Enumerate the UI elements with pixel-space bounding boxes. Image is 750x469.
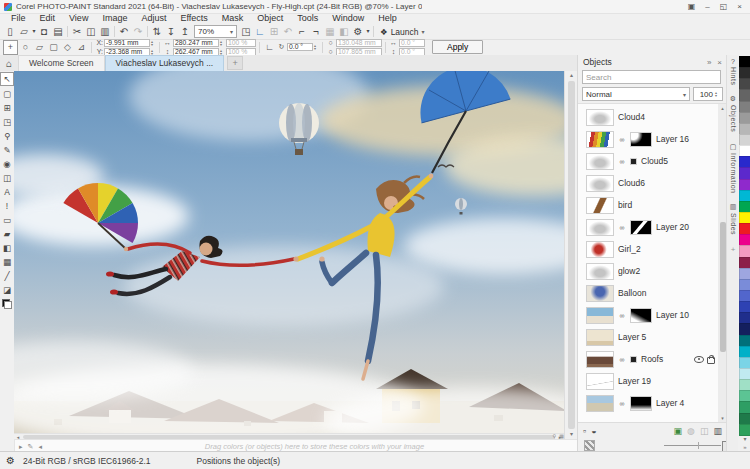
layer-row-cloud6[interactable]: Cloud6 [578,172,727,194]
undo-brush-icon[interactable]: ↶ [281,25,295,38]
layer-row-bird[interactable]: bird [578,194,727,216]
layer-row-roofs[interactable]: ∞ Roofs [578,348,727,370]
distort-mode-button[interactable]: ◇ [61,41,74,54]
mask-transform-tool[interactable]: ⊞ [1,102,13,114]
zoom-corner-icon[interactable]: ⚲ [553,433,557,439]
menu-image[interactable]: Image [95,13,134,24]
palette-scroll-left-icon[interactable]: ◂ [38,443,42,451]
grid-icon[interactable]: ▦ [323,25,337,38]
y-spinner[interactable]: ▴▾ [151,49,156,55]
scroll-up-icon[interactable]: ▴ [570,71,573,80]
text-tool[interactable]: A [1,186,13,198]
rotate-mode-button[interactable]: ○ [19,41,32,54]
mask-link-icon[interactable]: ∞ [618,158,626,165]
export-icon[interactable]: ↧ [164,25,178,38]
docker-tab-information[interactable]: ▢ Information [730,143,737,194]
layer-row-girl2[interactable]: Girl_2 [578,238,727,260]
menu-window[interactable]: Window [325,13,371,24]
palette-expand-icon[interactable]: » [739,443,750,451]
layer-row-balloon[interactable]: Balloon [578,282,727,304]
anchor-point-button[interactable]: ∟ [263,41,276,54]
foreground-background-swatches[interactable] [2,299,12,309]
menu-help[interactable]: Help [371,13,404,24]
blend-mode-dropdown[interactable]: Normal ▾ [582,87,690,101]
docker-tab-objects[interactable]: ⚙ Objects [730,95,737,132]
width-spinner[interactable]: ▴▾ [220,40,225,46]
launch-button[interactable]: ❖ Launch ▾ [376,26,429,38]
menu-effects[interactable]: Effects [173,13,214,24]
mask-link-icon[interactable]: ∞ [618,356,626,363]
full-screen-preview-icon[interactable]: ◳ [239,25,253,38]
palette-scroll-down-icon[interactable]: ▾ [739,435,750,443]
status-gear-icon[interactable]: ⚙ [6,455,15,466]
transparency-grid-icon[interactable]: ◧ [337,25,351,38]
new-object-icon[interactable]: ▫ [583,426,586,436]
canvas-vertical-scrollbar[interactable]: ▴ ▾ [564,71,578,439]
vertical-scroll-thumb[interactable] [568,81,575,429]
redo-icon[interactable]: ↷ [131,25,145,38]
import-icon[interactable]: ⇅ [150,25,164,38]
paste-icon[interactable]: ▥ [98,25,112,38]
layer-row-layer20[interactable]: ∞ Layer 20 [578,216,727,238]
palette-flyout-icon[interactable]: ▸ [19,443,23,451]
layer-row-layer4[interactable]: ∞ Layer 4 [578,392,727,414]
fill-tool[interactable]: ◪ [1,284,13,296]
new-icon[interactable]: ▯ [3,25,17,38]
menu-mask[interactable]: Mask [215,13,251,24]
copy-icon[interactable]: ◫ [84,25,98,38]
close-button[interactable]: × [737,2,742,11]
lock-icon[interactable] [707,357,715,364]
add-docker-icon[interactable]: + [731,245,736,254]
layer-row-cloud4[interactable]: Cloud4 [578,106,727,128]
menu-tools[interactable]: Tools [290,13,325,24]
height-spinner[interactable]: ▴▾ [220,49,225,55]
docker-close-icon[interactable]: × [711,58,722,67]
mask-link-icon[interactable]: ∞ [618,400,626,407]
opacity-spinner[interactable]: 100 ▴▾ [693,87,723,101]
color-swatch[interactable] [739,424,750,436]
zoom-tool[interactable]: ⚲ [1,130,13,142]
center-x-field[interactable]: 130.048 mm [336,39,382,47]
layer-row-layer19[interactable]: Layer 19 [578,370,727,392]
menu-view[interactable]: View [62,13,95,24]
width-field[interactable]: 280.247 mm [173,39,219,47]
create-from-background-icon[interactable]: ▣ [674,426,683,436]
menu-edit[interactable]: Edit [33,13,63,24]
account-icon[interactable]: ▣ [688,2,696,11]
position-mode-button[interactable]: + [3,40,18,55]
eyedropper-icon[interactable]: ✎ [28,443,34,451]
object-transparency-tool[interactable]: ◧ [1,242,13,254]
docker-tab-hints[interactable]: ? Hints [730,58,737,85]
layer-row-glow2[interactable]: glow2 [578,260,727,282]
scale-mode-button[interactable]: ▱ [33,41,46,54]
layer-row-cloud5[interactable]: ∞ Cloud5 [578,150,727,172]
menu-object[interactable]: Object [250,13,290,24]
eyedropper-tool[interactable]: ✎ [1,144,13,156]
rotation-field[interactable]: 0.0 ° [287,43,313,51]
print-icon[interactable]: ▤ [51,25,65,38]
rectangle-mask-tool[interactable]: ▢ [1,88,13,100]
mask-marquee-icon[interactable]: ⌐ [295,25,309,38]
scroll-up-icon[interactable]: ▴ [721,104,724,112]
paint-tool[interactable]: ! [1,200,13,212]
menu-file[interactable]: File [4,13,33,24]
clone-tool[interactable]: ◫ [1,172,13,184]
layer-row-layer5[interactable]: Layer 5 [578,326,727,348]
opacity-slider[interactable] [664,440,721,450]
snap-icon[interactable]: ∟ [253,25,267,38]
navigator-icon[interactable]: ▦ [559,433,564,439]
delete-object-icon[interactable]: ▥ [713,426,722,436]
new-tab-button[interactable]: + [227,56,243,70]
tab-welcome-screen[interactable]: Welcome Screen [18,55,105,71]
cut-icon[interactable]: ✂ [70,25,84,38]
minimize-button[interactable]: – [705,2,709,11]
skew-x-field[interactable]: 0.0 ° [399,39,425,47]
skew-mode-button[interactable]: ▢ [47,41,60,54]
mask-link-icon[interactable]: ∞ [618,224,626,231]
rectangle-tool[interactable]: ▭ [1,214,13,226]
ruler-icon[interactable]: ⊞ [267,25,281,38]
rotation-spinner[interactable]: ▴▾ [314,44,319,50]
canvas[interactable] [14,71,564,433]
layer-row-layer10[interactable]: ∞ Layer 10 [578,304,727,326]
tab-document-active[interactable]: Viacheslav Lukasevych ... [105,55,225,71]
